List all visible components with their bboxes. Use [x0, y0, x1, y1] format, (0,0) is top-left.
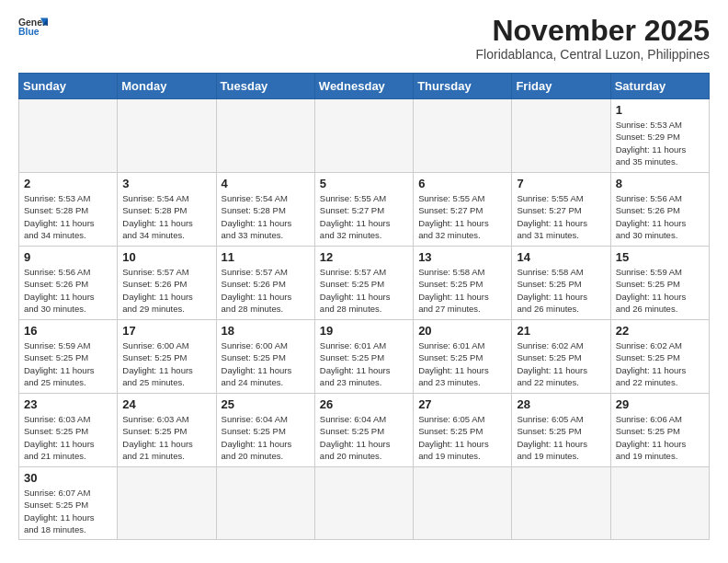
calendar-cell: 4Sunrise: 5:54 AM Sunset: 5:28 PM Daylig… [216, 173, 314, 247]
day-number: 1 [616, 103, 704, 117]
day-number: 7 [517, 177, 605, 190]
day-number: 13 [418, 250, 506, 264]
day-info: Sunrise: 6:02 AM Sunset: 5:25 PM Dayligh… [517, 339, 605, 388]
day-info: Sunrise: 5:53 AM Sunset: 5:29 PM Dayligh… [616, 119, 704, 167]
weekday-header-monday: Monday [118, 74, 216, 99]
calendar-cell: 19Sunrise: 6:01 AM Sunset: 5:25 PM Dayli… [314, 320, 413, 394]
calendar-cell [314, 99, 413, 173]
calendar-cell: 20Sunrise: 6:01 AM Sunset: 5:25 PM Dayli… [414, 320, 512, 394]
day-number: 24 [122, 397, 210, 411]
day-number: 22 [616, 324, 704, 338]
day-info: Sunrise: 6:06 AM Sunset: 5:25 PM Dayligh… [616, 413, 704, 462]
calendar-week-row: 16Sunrise: 5:59 AM Sunset: 5:25 PM Dayli… [19, 320, 710, 394]
day-info: Sunrise: 5:57 AM Sunset: 5:25 PM Dayligh… [320, 266, 408, 315]
calendar-cell: 2Sunrise: 5:53 AM Sunset: 5:28 PM Daylig… [19, 173, 118, 247]
weekday-header-tuesday: Tuesday [216, 74, 314, 99]
day-info: Sunrise: 5:55 AM Sunset: 5:27 PM Dayligh… [418, 192, 506, 241]
day-number: 9 [24, 250, 112, 264]
location-title: Floridablanca, Central Luzon, Philippine… [476, 47, 710, 62]
calendar-cell [118, 467, 216, 540]
calendar-cell: 13Sunrise: 5:58 AM Sunset: 5:25 PM Dayli… [414, 247, 512, 320]
day-number: 18 [222, 324, 310, 338]
calendar-week-row: 30Sunrise: 6:07 AM Sunset: 5:25 PM Dayli… [19, 467, 710, 540]
weekday-header-row: SundayMondayTuesdayWednesdayThursdayFrid… [19, 74, 710, 99]
calendar-cell: 22Sunrise: 6:02 AM Sunset: 5:25 PM Dayli… [610, 320, 709, 394]
calendar-week-row: 1Sunrise: 5:53 AM Sunset: 5:29 PM Daylig… [19, 99, 710, 173]
weekday-header-wednesday: Wednesday [314, 74, 413, 99]
day-number: 17 [122, 324, 210, 338]
calendar-cell [19, 99, 118, 173]
day-number: 30 [24, 471, 112, 485]
calendar-cell: 23Sunrise: 6:03 AM Sunset: 5:25 PM Dayli… [19, 394, 118, 467]
day-info: Sunrise: 5:59 AM Sunset: 5:25 PM Dayligh… [616, 266, 704, 315]
svg-text:Blue: Blue [18, 27, 40, 37]
calendar-cell [512, 99, 610, 173]
day-info: Sunrise: 5:53 AM Sunset: 5:28 PM Dayligh… [24, 192, 112, 241]
weekday-header-sunday: Sunday [19, 74, 118, 99]
day-number: 29 [616, 397, 704, 411]
calendar-cell: 6Sunrise: 5:55 AM Sunset: 5:27 PM Daylig… [414, 173, 512, 247]
day-number: 5 [320, 177, 408, 190]
day-number: 21 [517, 324, 605, 338]
day-number: 11 [222, 250, 310, 264]
day-info: Sunrise: 5:59 AM Sunset: 5:25 PM Dayligh… [24, 339, 112, 388]
day-number: 8 [616, 177, 704, 190]
day-info: Sunrise: 6:02 AM Sunset: 5:25 PM Dayligh… [616, 339, 704, 388]
calendar-cell [414, 467, 512, 540]
calendar-cell: 25Sunrise: 6:04 AM Sunset: 5:25 PM Dayli… [216, 394, 314, 467]
calendar-cell [314, 467, 413, 540]
day-info: Sunrise: 6:03 AM Sunset: 5:25 PM Dayligh… [122, 413, 210, 462]
calendar-cell: 9Sunrise: 5:56 AM Sunset: 5:26 PM Daylig… [19, 247, 118, 320]
weekday-header-thursday: Thursday [414, 74, 512, 99]
calendar-cell [512, 467, 610, 540]
day-info: Sunrise: 5:54 AM Sunset: 5:28 PM Dayligh… [122, 192, 210, 241]
day-number: 10 [122, 250, 210, 264]
calendar-week-row: 2Sunrise: 5:53 AM Sunset: 5:28 PM Daylig… [19, 173, 710, 247]
day-info: Sunrise: 5:56 AM Sunset: 5:26 PM Dayligh… [24, 266, 112, 315]
day-number: 6 [418, 177, 506, 190]
calendar-cell [216, 467, 314, 540]
day-number: 16 [24, 324, 112, 338]
calendar-cell: 18Sunrise: 6:00 AM Sunset: 5:25 PM Dayli… [216, 320, 314, 394]
day-number: 28 [517, 397, 605, 411]
calendar-cell: 1Sunrise: 5:53 AM Sunset: 5:29 PM Daylig… [610, 99, 709, 173]
day-info: Sunrise: 5:56 AM Sunset: 5:26 PM Dayligh… [616, 192, 704, 241]
day-info: Sunrise: 6:05 AM Sunset: 5:25 PM Dayligh… [517, 413, 605, 462]
day-number: 15 [616, 250, 704, 264]
calendar-cell: 24Sunrise: 6:03 AM Sunset: 5:25 PM Dayli… [118, 394, 216, 467]
day-info: Sunrise: 6:00 AM Sunset: 5:25 PM Dayligh… [122, 339, 210, 388]
day-number: 25 [222, 397, 310, 411]
calendar-cell: 14Sunrise: 5:58 AM Sunset: 5:25 PM Dayli… [512, 247, 610, 320]
day-number: 12 [320, 250, 408, 264]
calendar-cell: 8Sunrise: 5:56 AM Sunset: 5:26 PM Daylig… [610, 173, 709, 247]
day-number: 4 [222, 177, 310, 190]
day-info: Sunrise: 5:57 AM Sunset: 5:26 PM Dayligh… [122, 266, 210, 315]
day-info: Sunrise: 6:01 AM Sunset: 5:25 PM Dayligh… [320, 339, 408, 388]
day-info: Sunrise: 6:03 AM Sunset: 5:25 PM Dayligh… [24, 413, 112, 462]
day-info: Sunrise: 6:00 AM Sunset: 5:25 PM Dayligh… [222, 339, 310, 388]
calendar-cell: 17Sunrise: 6:00 AM Sunset: 5:25 PM Dayli… [118, 320, 216, 394]
calendar-cell [118, 99, 216, 173]
calendar-cell: 5Sunrise: 5:55 AM Sunset: 5:27 PM Daylig… [314, 173, 413, 247]
calendar-cell: 11Sunrise: 5:57 AM Sunset: 5:26 PM Dayli… [216, 247, 314, 320]
title-section: November 2025 Floridablanca, Central Luz… [476, 15, 710, 62]
day-info: Sunrise: 5:58 AM Sunset: 5:25 PM Dayligh… [517, 266, 605, 315]
calendar-cell: 27Sunrise: 6:05 AM Sunset: 5:25 PM Dayli… [414, 394, 512, 467]
month-title: November 2025 [476, 15, 710, 47]
day-info: Sunrise: 6:07 AM Sunset: 5:25 PM Dayligh… [24, 487, 112, 535]
day-number: 3 [122, 177, 210, 190]
logo: General Blue [18, 15, 48, 40]
day-info: Sunrise: 5:54 AM Sunset: 5:28 PM Dayligh… [222, 192, 310, 241]
day-info: Sunrise: 6:01 AM Sunset: 5:25 PM Dayligh… [418, 339, 506, 388]
calendar-week-row: 23Sunrise: 6:03 AM Sunset: 5:25 PM Dayli… [19, 394, 710, 467]
calendar-table: SundayMondayTuesdayWednesdayThursdayFrid… [18, 73, 710, 540]
logo-icon: General Blue [18, 15, 48, 40]
calendar-week-row: 9Sunrise: 5:56 AM Sunset: 5:26 PM Daylig… [19, 247, 710, 320]
calendar-cell [414, 99, 512, 173]
weekday-header-saturday: Saturday [610, 74, 709, 99]
calendar-cell: 12Sunrise: 5:57 AM Sunset: 5:25 PM Dayli… [314, 247, 413, 320]
day-info: Sunrise: 5:55 AM Sunset: 5:27 PM Dayligh… [320, 192, 408, 241]
day-info: Sunrise: 6:04 AM Sunset: 5:25 PM Dayligh… [320, 413, 408, 462]
day-info: Sunrise: 6:04 AM Sunset: 5:25 PM Dayligh… [222, 413, 310, 462]
day-number: 26 [320, 397, 408, 411]
